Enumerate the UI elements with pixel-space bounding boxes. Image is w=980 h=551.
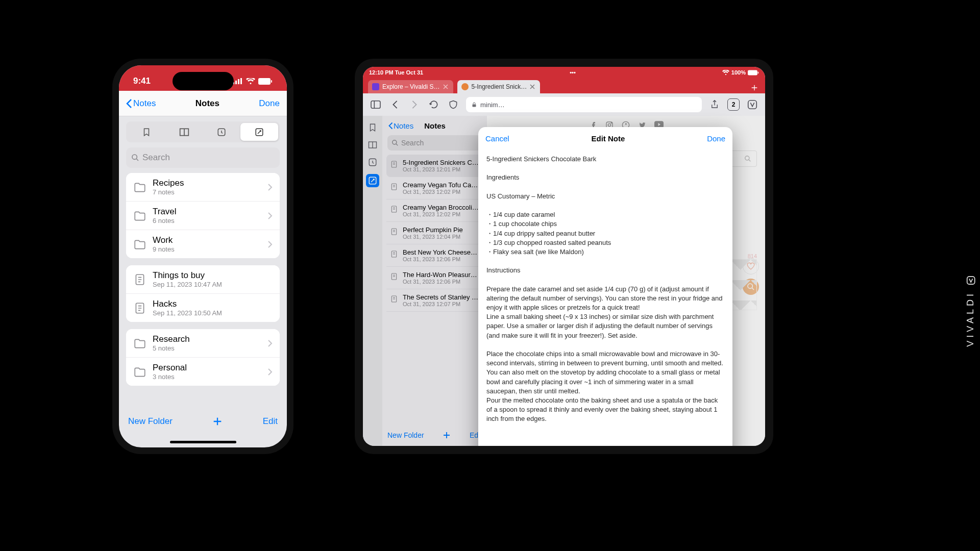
multitask-icon[interactable]: ••• bbox=[570, 69, 576, 76]
note-hacks[interactable]: HacksSep 11, 2023 10:50 AM bbox=[126, 294, 280, 322]
brand-icon bbox=[966, 276, 976, 286]
search-input[interactable]: Search bbox=[126, 147, 280, 168]
tab-count-button[interactable]: 2 bbox=[727, 98, 740, 111]
note-things[interactable]: Things to buySep 11, 2023 10:47 AM bbox=[126, 265, 280, 294]
plus-icon bbox=[750, 84, 758, 92]
wifi-icon bbox=[722, 70, 729, 76]
iphone-nav-header: Notes Notes Done bbox=[119, 91, 287, 116]
note-icon bbox=[133, 302, 146, 315]
folder-group-1: Recipes7 notes Travel6 notes Work9 notes bbox=[126, 173, 280, 258]
chevron-right-icon bbox=[267, 240, 273, 248]
iphone-screen: 9:41 Notes Notes Done bbox=[119, 65, 287, 447]
compose-icon bbox=[255, 128, 264, 137]
add-note-button[interactable] bbox=[212, 416, 223, 427]
panel-toggle-button[interactable] bbox=[369, 98, 382, 111]
folder-personal[interactable]: Personal3 notes bbox=[126, 358, 280, 386]
favicon-icon bbox=[372, 83, 379, 90]
search-row: Search bbox=[119, 145, 287, 173]
nav-forward-button[interactable] bbox=[408, 98, 421, 111]
battery-icon bbox=[748, 70, 759, 76]
chevron-right-icon bbox=[411, 100, 418, 109]
bookmark-icon bbox=[142, 128, 151, 137]
panel-switcher bbox=[126, 121, 280, 142]
notes-group: Things to buySep 11, 2023 10:47 AM Hacks… bbox=[126, 265, 280, 322]
edit-note-modal: Cancel Edit Note Done 5-Ingredient Snick… bbox=[478, 127, 732, 446]
brand-text: VIVALDI bbox=[966, 291, 976, 347]
browser-toolbar: minim… 2 bbox=[363, 93, 765, 116]
note-text-field[interactable]: 5-Ingredient Snickers Chocolate Bark Ing… bbox=[478, 149, 732, 446]
folder-icon bbox=[133, 337, 146, 350]
share-button[interactable] bbox=[708, 98, 721, 111]
new-tab-button[interactable] bbox=[749, 82, 760, 93]
ipad-status-bar: 12:10 PM Tue Oct 31 ••• 100% bbox=[363, 67, 765, 78]
notes-list[interactable]: Recipes7 notes Travel6 notes Work9 notes bbox=[119, 173, 287, 407]
edit-button[interactable]: Edit bbox=[263, 416, 278, 427]
new-folder-button[interactable]: New Folder bbox=[128, 416, 173, 427]
chevron-right-icon bbox=[267, 368, 273, 376]
vivaldi-menu-button[interactable] bbox=[746, 98, 759, 111]
nav-back-button[interactable] bbox=[388, 98, 402, 111]
folder-icon bbox=[133, 365, 146, 379]
iphone-device: 9:41 Notes Notes Done bbox=[112, 59, 293, 454]
lock-icon bbox=[471, 101, 477, 108]
folder-travel[interactable]: Travel6 notes bbox=[126, 202, 280, 230]
svg-rect-25 bbox=[748, 101, 757, 109]
readinglist-icon bbox=[179, 128, 189, 137]
folder-recipes[interactable]: Recipes7 notes bbox=[126, 173, 280, 202]
svg-rect-20 bbox=[748, 70, 757, 75]
svg-rect-3 bbox=[238, 79, 239, 84]
cancel-button[interactable]: Cancel bbox=[485, 134, 509, 143]
nav-title: Notes bbox=[195, 98, 219, 109]
folder-icon bbox=[133, 238, 146, 251]
status-left: 12:10 PM Tue Oct 31 bbox=[369, 69, 423, 76]
folder-work[interactable]: Work9 notes bbox=[126, 230, 280, 258]
browser-tabs: Explore – Vivaldi S… 5-Ingredient Snick… bbox=[363, 78, 765, 93]
chevron-left-icon bbox=[126, 98, 132, 109]
svg-rect-21 bbox=[758, 71, 759, 73]
status-battery-pct: 100% bbox=[731, 69, 746, 76]
folder-group-2: Research5 notes Personal3 notes bbox=[126, 329, 280, 386]
reload-button[interactable] bbox=[427, 98, 440, 111]
notes-tab[interactable] bbox=[240, 123, 278, 141]
folder-research[interactable]: Research5 notes bbox=[126, 329, 280, 358]
svg-rect-4 bbox=[240, 78, 242, 84]
readinglist-tab[interactable] bbox=[165, 123, 203, 141]
address-text: minim… bbox=[480, 101, 505, 109]
done-button[interactable]: Done bbox=[707, 134, 725, 143]
tab-recipe[interactable]: 5-Ingredient Snick… bbox=[457, 80, 541, 93]
chevron-right-icon bbox=[267, 183, 273, 191]
reload-icon bbox=[429, 99, 439, 110]
home-indicator[interactable] bbox=[170, 441, 236, 443]
svg-rect-2 bbox=[235, 81, 237, 84]
back-button[interactable]: Notes bbox=[126, 98, 156, 109]
note-icon bbox=[133, 273, 146, 286]
address-bar[interactable]: minim… bbox=[466, 97, 702, 112]
svg-rect-0 bbox=[967, 277, 975, 285]
history-icon bbox=[217, 128, 226, 137]
search-icon bbox=[131, 154, 139, 162]
share-icon bbox=[710, 99, 719, 110]
chevron-right-icon bbox=[267, 212, 273, 220]
bookmarks-tab[interactable] bbox=[128, 123, 165, 141]
chevron-right-icon bbox=[267, 339, 273, 347]
close-icon[interactable] bbox=[530, 84, 535, 89]
done-button[interactable]: Done bbox=[259, 98, 280, 109]
svg-rect-22 bbox=[371, 101, 380, 108]
folder-icon bbox=[133, 209, 146, 222]
brand-watermark: VIVALDI bbox=[966, 276, 976, 347]
tab-explore[interactable]: Explore – Vivaldi S… bbox=[368, 80, 453, 93]
ipad-app: Notes Notes Search 5-Ingredient Snickers… bbox=[363, 116, 765, 446]
modal-header: Cancel Edit Note Done bbox=[478, 127, 732, 149]
close-icon[interactable] bbox=[443, 84, 448, 89]
svg-rect-6 bbox=[271, 80, 272, 83]
panel-icon bbox=[370, 100, 381, 109]
svg-point-11 bbox=[132, 155, 137, 159]
favicon-icon bbox=[461, 83, 469, 90]
segmented-control-row bbox=[119, 116, 287, 145]
svg-rect-5 bbox=[258, 78, 271, 85]
folder-icon bbox=[133, 181, 146, 194]
history-tab[interactable] bbox=[203, 123, 241, 141]
shield-button[interactable] bbox=[447, 98, 460, 111]
battery-icon bbox=[258, 78, 273, 85]
status-time: 9:41 bbox=[133, 76, 151, 86]
